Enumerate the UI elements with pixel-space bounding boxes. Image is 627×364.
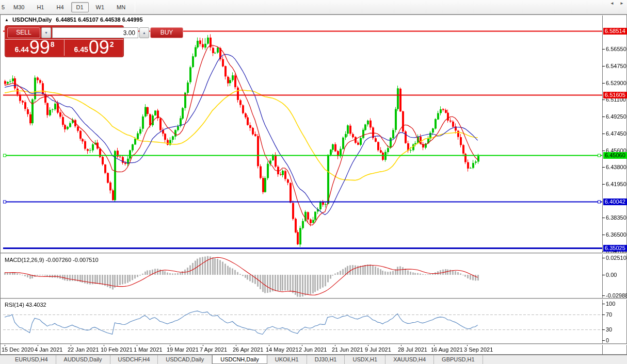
date-axis-label: 2 Jun 2021 bbox=[299, 346, 327, 353]
macd-axis-tick: 0.025108 bbox=[606, 255, 627, 261]
macd-axis-tick: 0.00 bbox=[606, 272, 617, 278]
price-axis-tick: 6.36500 bbox=[606, 231, 626, 238]
price-axis-tick: 6.41950 bbox=[606, 181, 626, 187]
panel-divider-dates[interactable] bbox=[1, 343, 627, 345]
chart-symbol-label: USDCNH,Daily bbox=[12, 16, 52, 23]
date-axis-label: 15 Dec 2020 bbox=[2, 346, 34, 353]
price-level-badge: 6.58514 bbox=[603, 28, 627, 35]
chart-tab-xauusd-h4[interactable]: XAUUSD,H4 bbox=[385, 355, 434, 364]
date-axis-label: 10 Feb 2021 bbox=[101, 346, 133, 353]
timeframe-toolbar: 5M30H1H4D1W1MN bbox=[0, 0, 627, 14]
buy-button[interactable]: BUY bbox=[150, 27, 183, 38]
tab-scroll-right-icon[interactable]: ► bbox=[620, 1, 624, 6]
chart-tab-audusd-daily[interactable]: AUDUSD,Daily bbox=[56, 355, 110, 364]
chart-tab-dj30-h1[interactable]: DJ30,H1 bbox=[307, 355, 345, 364]
chart-tab-usdx-h1[interactable]: USDX,H1 bbox=[345, 355, 385, 364]
timeframe-button-h4[interactable]: H4 bbox=[51, 2, 69, 12]
chart-ohlc-values: 6.44851 6.45107 6.44538 6.44995 bbox=[56, 16, 142, 23]
rsi-axis-tick: 100 bbox=[606, 301, 615, 307]
chart-tab-ukoil-h1[interactable]: UKOil,H1 bbox=[267, 355, 307, 364]
bid-price-big: 99 bbox=[29, 40, 50, 55]
date-axis-label: 1 Mar 2021 bbox=[134, 346, 163, 353]
timeframe-button-h1[interactable]: H1 bbox=[31, 2, 49, 12]
arrow-down-icon: ▼ bbox=[44, 31, 48, 35]
date-axis-label: 26 Apr 2021 bbox=[233, 346, 263, 353]
rsi-axis-tick: 70 bbox=[606, 311, 612, 318]
price-axis-tick: 6.49250 bbox=[606, 113, 626, 120]
date-axis-label: 22 Jan 2021 bbox=[68, 346, 99, 353]
price-level-badge: 6.35025 bbox=[603, 245, 627, 252]
ask-price[interactable]: 6.45 09 2 bbox=[65, 40, 123, 56]
price-level-badge: 6.51605 bbox=[603, 92, 627, 98]
price-level-badge: 6.40042 bbox=[603, 198, 627, 205]
timeframe-button-d1[interactable]: D1 bbox=[71, 2, 89, 12]
price-axis-tick: 6.52900 bbox=[606, 80, 626, 86]
chart-tab-usdcad-daily[interactable]: USDCAD,Daily bbox=[158, 355, 212, 364]
volume-increase-button[interactable]: ▲ bbox=[139, 27, 149, 38]
panel-divider-rsi[interactable] bbox=[1, 298, 627, 300]
price-axis-tick: 6.43800 bbox=[606, 164, 626, 170]
price-axis-tick: 6.47450 bbox=[606, 130, 626, 137]
one-click-trading-panel: SELL ▼ ▲ BUY 6.44 99 8 6.45 09 2 bbox=[5, 25, 124, 57]
chart-tab-gbpusd-h1[interactable]: GBPUSD,H1 bbox=[434, 355, 483, 364]
price-level-badge: 6.45060 bbox=[603, 152, 627, 159]
bid-price-prefix: 6.44 bbox=[14, 45, 28, 54]
chart-tab-usdchf-h4[interactable]: USDCHF,H4 bbox=[110, 355, 158, 364]
date-axis-label: 21 Jun 2021 bbox=[332, 346, 363, 353]
price-axis-tick: 6.56550 bbox=[606, 46, 626, 52]
rsi-axis-tick: 30 bbox=[606, 326, 612, 333]
timeframe-button-5[interactable]: 5 bbox=[0, 2, 6, 12]
arrow-up-icon: ▲ bbox=[142, 31, 146, 35]
chart-title: ▲USDCNH,Daily6.44851 6.45107 6.44538 6.4… bbox=[5, 16, 143, 24]
tab-scroll-buttons: ◄ ► bbox=[605, 1, 624, 6]
timeframe-button-m30[interactable]: M30 bbox=[8, 2, 29, 12]
ask-price-prefix: 6.45 bbox=[74, 45, 88, 54]
chart-tab-bar: EURUSD,H4AUDUSD,DailyUSDCHF,H4USDCAD,Dai… bbox=[0, 355, 627, 364]
date-axis-label: 19 Mar 2021 bbox=[167, 346, 199, 353]
ask-price-big: 09 bbox=[89, 40, 109, 55]
date-axis-label: 4 Jan 2021 bbox=[35, 346, 62, 353]
tab-scroll-left-icon[interactable]: ◄ bbox=[610, 1, 614, 6]
date-axis-label: 9 Jul 2021 bbox=[365, 346, 391, 353]
date-axis-label: 28 Jul 2021 bbox=[398, 346, 427, 353]
macd-indicator-label: MACD(12,26,9) -0.007260 -0.007510 bbox=[5, 257, 99, 263]
chart-tab-usdcnh-daily[interactable]: USDCNH,Daily bbox=[212, 355, 267, 364]
rsi-axis-tick: 0 bbox=[606, 337, 609, 343]
bid-price[interactable]: 6.44 99 8 bbox=[5, 40, 65, 56]
chart-window: ▲USDCNH,Daily6.44851 6.45107 6.44538 6.4… bbox=[0, 14, 627, 355]
panel-divider-macd[interactable] bbox=[1, 253, 627, 254]
date-axis-label: 3 Sep 2021 bbox=[464, 346, 493, 353]
timeframe-button-mn[interactable]: MN bbox=[111, 2, 131, 12]
price-axis-tick: 6.54750 bbox=[606, 63, 626, 69]
toolbar-separator bbox=[135, 2, 135, 12]
timeframe-button-w1[interactable]: W1 bbox=[91, 2, 110, 12]
date-axis-label: 7 Apr 2021 bbox=[200, 346, 227, 353]
chart-tab-eurusd-h4[interactable]: EURUSD,H4 bbox=[7, 355, 56, 364]
date-axis-label: 14 May 2021 bbox=[266, 346, 299, 353]
chart-canvas[interactable] bbox=[1, 15, 627, 355]
date-axis-label: 16 Aug 2021 bbox=[431, 346, 463, 353]
collapse-arrow-icon[interactable]: ▲ bbox=[5, 18, 9, 22]
price-axis-tick: 6.38350 bbox=[606, 214, 626, 221]
bid-price-sup: 8 bbox=[51, 40, 55, 48]
rsi-indicator-label: RSI(14) 43.4032 bbox=[5, 302, 46, 308]
ask-price-sup: 2 bbox=[110, 40, 114, 48]
